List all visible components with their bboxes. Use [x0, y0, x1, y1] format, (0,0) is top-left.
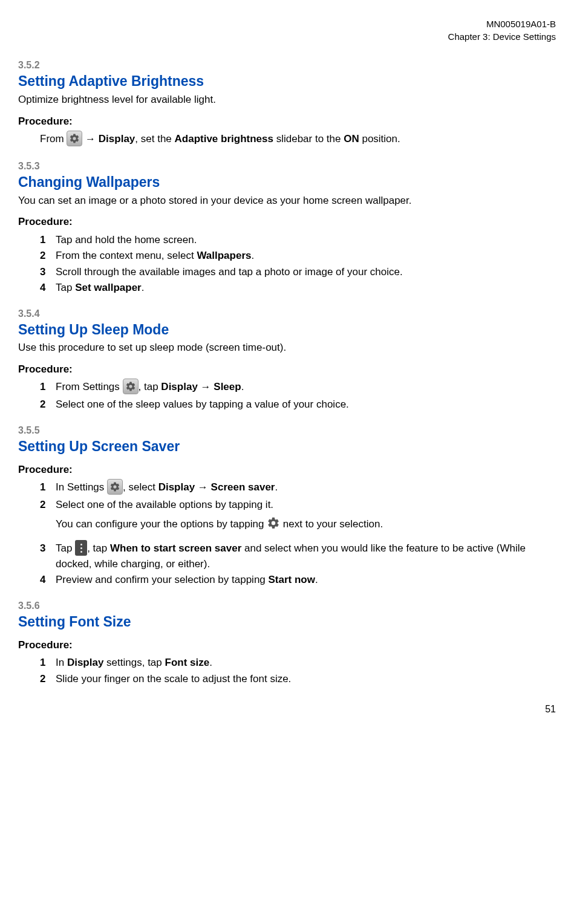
step-number: 3 — [40, 265, 56, 279]
procedure-step: 2Select one of the available options by … — [40, 498, 556, 539]
step-body: Scroll through the available images and … — [56, 265, 556, 279]
section-number: 3.5.2 — [18, 59, 556, 72]
bold-text: Display — [67, 657, 103, 668]
text: → — [82, 134, 98, 145]
step-body: Slide your finger on the scale to adjust… — [56, 672, 556, 686]
bold-text: Adaptive brightness — [175, 134, 273, 145]
text: , tap — [87, 543, 110, 555]
text: → — [198, 382, 214, 393]
step-body: From Settings , tap Display → Sleep. — [56, 380, 556, 395]
text: From the context menu, select — [56, 250, 197, 261]
step-body: Select one of the sleep values by tappin… — [56, 397, 556, 411]
text: In — [56, 657, 67, 668]
section-number: 3.5.6 — [18, 599, 556, 613]
step-body: Tap Set wallpaper. — [56, 281, 556, 294]
text: . — [315, 574, 318, 585]
procedure-step: 3Tap , tap When to start screen saver an… — [40, 541, 556, 571]
step-body: Tap , tap When to start screen saver and… — [56, 541, 556, 571]
section-title: Setting Adaptive Brightness — [18, 72, 556, 91]
bold-text: Display — [99, 134, 135, 145]
text: Preview and confirm your selection by ta… — [56, 574, 269, 585]
bold-text: Sleep — [214, 382, 241, 393]
procedure-step: 2From the context menu, select Wallpaper… — [40, 249, 556, 262]
bold-text: Display — [158, 482, 195, 493]
procedure-step: 2Select one of the sleep values by tappi… — [40, 397, 556, 411]
step-number: 1 — [40, 380, 56, 395]
section-title: Setting Font Size — [18, 613, 556, 632]
overflow-menu-icon — [75, 540, 87, 556]
text: From Settings — [56, 382, 123, 393]
procedure-step: 4Tap Set wallpaper. — [40, 281, 556, 294]
text: Select one of the sleep values by tappin… — [56, 399, 349, 410]
text: slidebar to the — [273, 134, 344, 145]
step-number: 2 — [40, 672, 56, 686]
text: , set the — [135, 134, 174, 145]
bold-text: When to start screen saver — [110, 543, 241, 555]
procedure-steps: 1Tap and hold the home screen.2From the … — [18, 233, 556, 295]
text: Slide your finger on the scale to adjust… — [56, 673, 291, 685]
procedure-steps: 1From Settings , tap Display → Sleep.2Se… — [18, 380, 556, 411]
page-header: MN005019A01-B Chapter 3: Device Settings — [18, 18, 556, 43]
bold-text: Display — [161, 382, 197, 393]
section-intro: Optimize brightness level for available … — [18, 93, 556, 106]
procedure-steps: 1In Settings , select Display → Screen s… — [18, 480, 556, 587]
procedure-step: 4Preview and confirm your selection by t… — [40, 573, 556, 587]
section-number: 3.5.3 — [18, 160, 556, 173]
page-number: 51 — [18, 703, 556, 716]
text: , tap — [139, 382, 161, 393]
step-body: Select one of the available options by t… — [56, 498, 556, 539]
step-number: 2 — [40, 249, 56, 262]
text: From — [40, 134, 67, 145]
settings-icon — [123, 379, 139, 394]
page-content: 3.5.2Setting Adaptive BrightnessOptimize… — [18, 59, 556, 686]
step-number: 2 — [40, 498, 56, 539]
procedure-step: 1From Settings , tap Display → Sleep. — [40, 380, 556, 395]
text: Tap — [56, 282, 75, 293]
text: . — [275, 482, 278, 493]
bold-text: Font size — [165, 657, 210, 668]
text: , select — [123, 482, 158, 493]
text: . — [209, 657, 212, 668]
step-number: 4 — [40, 573, 56, 587]
section-title: Setting Up Sleep Mode — [18, 320, 556, 340]
procedure-step: 2Slide your finger on the scale to adjus… — [40, 672, 556, 686]
procedure-step: 3Scroll through the available images and… — [40, 265, 556, 279]
text: → — [195, 482, 210, 493]
step-body: Preview and confirm your selection by ta… — [56, 573, 556, 587]
section-number: 3.5.4 — [18, 307, 556, 320]
gear-icon — [267, 516, 280, 530]
procedure-label: Procedure: — [18, 362, 556, 376]
bold-text: Wallpapers — [197, 250, 251, 261]
text: . — [142, 282, 145, 293]
step-body: Tap and hold the home screen. — [56, 233, 556, 247]
text: In Settings — [56, 482, 107, 493]
settings-icon — [67, 131, 82, 146]
step-body: In Settings , select Display → Screen sa… — [56, 480, 556, 496]
section-title: Changing Wallpapers — [18, 173, 556, 192]
procedure-label: Procedure: — [18, 638, 556, 652]
text: position. — [359, 134, 400, 145]
procedure-label: Procedure: — [18, 463, 556, 477]
text: Tap — [56, 543, 75, 555]
bold-text: ON — [344, 134, 359, 145]
text: settings, tap — [103, 657, 165, 668]
step-body: In Display settings, tap Font size. — [56, 656, 556, 669]
text: . — [241, 382, 244, 393]
procedure-steps: 1In Display settings, tap Font size.2Sli… — [18, 656, 556, 686]
bold-text: Start now — [269, 574, 315, 585]
text: You can configure your the options by ta… — [56, 518, 267, 530]
text: . — [251, 250, 254, 261]
section-title: Setting Up Screen Saver — [18, 437, 556, 457]
procedure-step: 1In Display settings, tap Font size. — [40, 656, 556, 669]
procedure-step: From → Display, set the Adaptive brightn… — [18, 132, 556, 148]
chapter-label: Chapter 3: Device Settings — [18, 31, 556, 44]
text: next to your selection. — [280, 518, 383, 530]
step-number: 1 — [40, 656, 56, 669]
section-number: 3.5.5 — [18, 424, 556, 437]
step-number: 3 — [40, 541, 56, 571]
text: Select one of the available options by t… — [56, 499, 273, 510]
settings-icon — [107, 479, 123, 495]
doc-id: MN005019A01-B — [18, 18, 556, 31]
step-number: 4 — [40, 281, 56, 294]
step-number: 2 — [40, 397, 56, 411]
